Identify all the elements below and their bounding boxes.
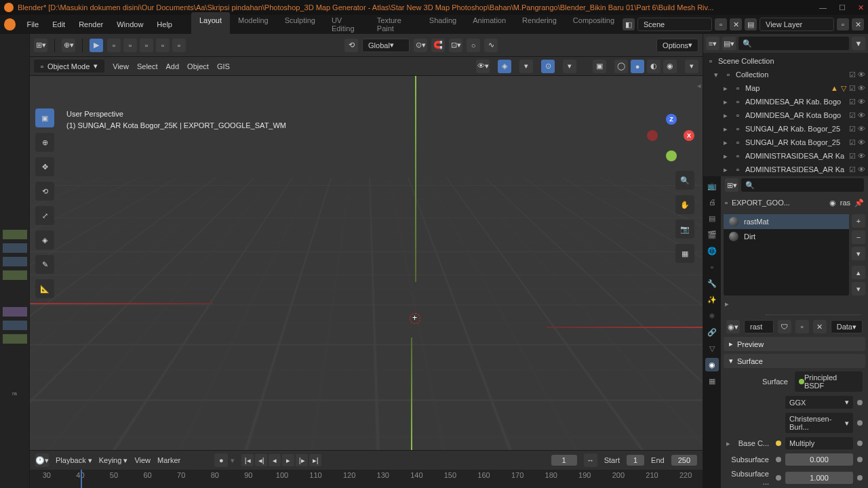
- tl-menu-keying[interactable]: Keying ▾: [99, 456, 128, 465]
- tree-row[interactable]: ▾▫Collection☑ 👁: [703, 68, 868, 81]
- end-frame[interactable]: 250: [671, 455, 697, 466]
- tab-data[interactable]: ▽: [705, 342, 719, 355]
- subsurface-field[interactable]: 0.000: [785, 453, 853, 466]
- selmode-4[interactable]: ▫: [156, 39, 170, 52]
- tree-row[interactable]: ▸▫ADMINDESA_AR Kota Bogo☑ 👁: [703, 108, 868, 122]
- prop-type-icon[interactable]: ⊞▾: [725, 178, 738, 192]
- mat-remove-icon[interactable]: −: [852, 230, 865, 244]
- selmode-5[interactable]: ▫: [172, 39, 186, 52]
- tab-render[interactable]: 📺: [705, 179, 719, 192]
- workspace-tab[interactable]: Texture Paint: [369, 12, 421, 37]
- outliner-type-icon[interactable]: ≡▾: [706, 37, 719, 50]
- surface-shader-dropdown[interactable]: Principled BSDF: [795, 371, 863, 392]
- tree-row[interactable]: ▸▫ADMINISTRASIDESA_AR Ka☑ 👁: [703, 149, 868, 163]
- shade-wire-icon[interactable]: ◯: [614, 60, 628, 73]
- jump-end-icon[interactable]: ▸|: [309, 454, 321, 466]
- tree-row[interactable]: ▸▫Map▲▽☑ 👁: [703, 81, 868, 95]
- thumb-panel[interactable]: [3, 321, 27, 330]
- shade-matprev-icon[interactable]: ◐: [647, 60, 660, 73]
- tab-texture[interactable]: ▦: [705, 374, 719, 388]
- tl-menu-playback[interactable]: Playback ▾: [56, 456, 92, 465]
- subsurface-r-field[interactable]: 1.000: [785, 472, 853, 484]
- jump-start-icon[interactable]: |◂: [241, 454, 254, 466]
- snap-type-icon[interactable]: ⊡▾: [449, 39, 462, 52]
- cursor-tool[interactable]: ⊕: [35, 133, 54, 152]
- vp-menu-gis[interactable]: GIS: [217, 62, 230, 70]
- annotate-tool[interactable]: ✎: [35, 255, 54, 274]
- material-slot[interactable]: Dirt: [724, 229, 849, 244]
- camera-icon[interactable]: 📷: [675, 220, 694, 239]
- timeline-track[interactable]: 3040506070809010011012013014015016017018…: [30, 470, 703, 488]
- tab-constraints[interactable]: 🔗: [705, 325, 719, 339]
- scene-close-icon[interactable]: ✕: [730, 18, 742, 30]
- select-box-tool[interactable]: ▣: [35, 108, 54, 127]
- tab-material[interactable]: ◉: [705, 358, 719, 371]
- gizmo-toggle-icon[interactable]: ◈: [498, 60, 511, 73]
- workspace-tab[interactable]: Compositing: [565, 12, 623, 37]
- current-frame[interactable]: 1: [551, 455, 577, 466]
- distribution-dropdown[interactable]: GGX ▾: [785, 396, 853, 409]
- visibility-icon[interactable]: 👁▾: [476, 60, 490, 73]
- measure-tool[interactable]: 📐: [35, 279, 54, 298]
- workspace-tab[interactable]: Animation: [465, 12, 514, 37]
- vp-menu-add[interactable]: Add: [166, 62, 180, 70]
- tab-scene[interactable]: 🎬: [705, 228, 719, 241]
- menu-file[interactable]: File: [21, 18, 44, 31]
- tree-row[interactable]: ▸▫SUNGAI_AR Kab. Bogor_25☑ 👁: [703, 122, 868, 136]
- outliner-search[interactable]: 🔍: [738, 37, 849, 50]
- mat-link-dropdown[interactable]: Data ▾: [831, 320, 863, 333]
- viewport-3d[interactable]: ▣ ⊕ ✥ ⟲ ⤢ ◈ ✎ 📐 User Perspective (1) SUN…: [30, 76, 703, 450]
- mat-down-icon[interactable]: ▾: [852, 282, 865, 296]
- tree-row[interactable]: ▸▫SUNGAI_AR Kota Bogor_25☑ 👁: [703, 136, 868, 149]
- mat-shield-icon[interactable]: 🛡: [778, 320, 791, 333]
- zoom-icon[interactable]: 🔍: [675, 171, 694, 190]
- pan-icon[interactable]: ✋: [675, 195, 694, 214]
- shade-render-icon[interactable]: ◉: [663, 60, 677, 73]
- minimize-button[interactable]: —: [819, 3, 827, 12]
- pin-icon[interactable]: 📌: [854, 199, 864, 207]
- prop-search[interactable]: 🔍: [741, 178, 864, 192]
- propedit-type-icon[interactable]: ∿: [484, 39, 498, 52]
- scene-browse-icon[interactable]: ▫: [715, 18, 727, 30]
- material-slot[interactable]: rastMat: [724, 214, 849, 229]
- tab-physics[interactable]: ⚛: [705, 309, 719, 323]
- tree-row[interactable]: ▸▫ADMINISTRASIDESA_AR Ka☑ 👁: [703, 163, 868, 176]
- thumb-panel[interactable]: [3, 230, 27, 239]
- panel-surface[interactable]: ▾ Surface: [724, 354, 865, 368]
- options-dropdown[interactable]: Options ▾: [656, 39, 698, 52]
- tree-root[interactable]: ▫ Scene Collection: [703, 54, 868, 68]
- keyframe-next-icon[interactable]: |▸: [296, 454, 308, 466]
- outliner-display-icon[interactable]: ▤▾: [722, 37, 736, 50]
- range-icon[interactable]: ↔: [584, 453, 597, 467]
- cursor-tool-icon[interactable]: ⊕▾: [62, 39, 75, 52]
- nav-gizmo[interactable]: Z X: [647, 114, 694, 161]
- mat-add-icon[interactable]: +: [852, 214, 865, 228]
- basecolor-mode[interactable]: Multiply: [785, 437, 853, 449]
- menu-edit[interactable]: Edit: [47, 18, 71, 31]
- mode-dropdown[interactable]: ▫ Object Mode ▾: [34, 60, 104, 73]
- start-frame[interactable]: 1: [627, 455, 644, 466]
- vp-menu-view[interactable]: View: [113, 62, 129, 70]
- vp-menu-select[interactable]: Select: [137, 62, 158, 70]
- scene-icon[interactable]: ◧: [623, 18, 635, 30]
- workspace-tab[interactable]: UV Editing: [323, 12, 369, 37]
- tab-object[interactable]: ▫: [705, 260, 719, 274]
- shade-solid-icon[interactable]: ●: [631, 60, 644, 73]
- shade-opts-icon[interactable]: ▾: [685, 60, 698, 73]
- snap-icon[interactable]: 🧲: [431, 39, 445, 52]
- menu-help[interactable]: Help: [151, 18, 178, 31]
- thumb-panel[interactable]: [3, 307, 27, 317]
- mat-copy-icon[interactable]: ▫: [795, 320, 809, 333]
- move-tool[interactable]: ✥: [35, 157, 54, 176]
- playhead[interactable]: [81, 470, 82, 488]
- viewlayer-field[interactable]: View Layer: [760, 18, 834, 31]
- selmode-3[interactable]: ▫: [140, 39, 153, 52]
- menu-render[interactable]: Render: [73, 18, 108, 31]
- tab-output[interactable]: 🖨: [705, 195, 719, 209]
- tab-modifiers[interactable]: 🔧: [705, 277, 719, 290]
- pivot-icon[interactable]: ⊙▾: [414, 39, 427, 52]
- play-rev-icon[interactable]: ◂: [269, 454, 281, 466]
- panel-preview[interactable]: ▸ Preview: [724, 337, 865, 351]
- keyframe-prev-icon[interactable]: ◂|: [255, 454, 267, 466]
- editor-type-icon[interactable]: ⊞▾: [34, 39, 47, 52]
